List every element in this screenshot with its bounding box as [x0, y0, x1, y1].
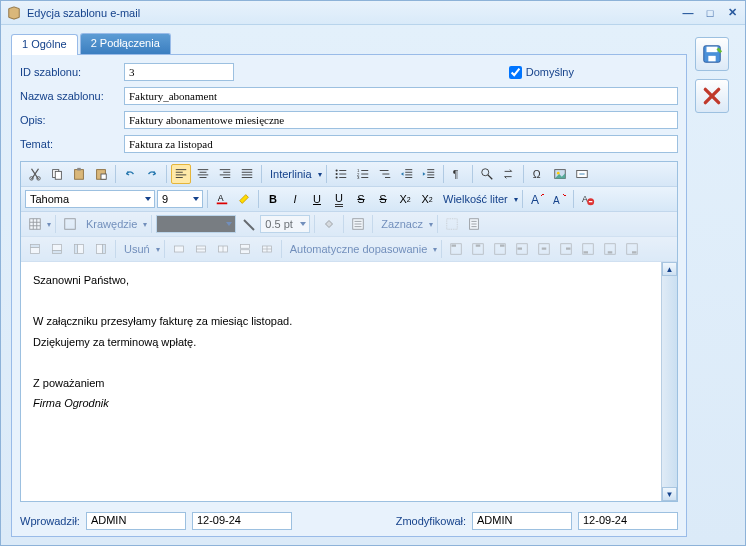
double-underline-icon[interactable]: U — [329, 189, 349, 209]
cut-icon[interactable] — [25, 164, 45, 184]
font-size-select[interactable]: 9 — [157, 190, 203, 208]
svg-rect-47 — [452, 245, 457, 247]
paste-special-icon[interactable] — [91, 164, 111, 184]
superscript-icon[interactable]: X2 — [395, 189, 415, 209]
bold-icon[interactable]: B — [263, 189, 283, 209]
paste-icon[interactable] — [69, 164, 89, 184]
redo-icon[interactable] — [142, 164, 162, 184]
tab-connections[interactable]: 2 Podłączenia — [80, 33, 171, 54]
fill-color-icon[interactable] — [319, 214, 339, 234]
cell-align-icon[interactable] — [348, 214, 368, 234]
input-subject[interactable] — [124, 135, 678, 153]
subscript-icon[interactable]: X2 — [417, 189, 437, 209]
copy-icon[interactable] — [47, 164, 67, 184]
font-color-icon[interactable]: A — [212, 189, 232, 209]
split-cells-icon[interactable] — [257, 239, 277, 259]
align-tr-icon[interactable] — [490, 239, 510, 259]
insert-row-below-icon[interactable] — [47, 239, 67, 259]
highlight-icon[interactable] — [234, 189, 254, 209]
align-br-icon[interactable] — [622, 239, 642, 259]
merge-across-icon[interactable] — [191, 239, 211, 259]
input-id[interactable] — [124, 63, 234, 81]
line-color-icon[interactable] — [238, 214, 258, 234]
align-mr-icon[interactable] — [556, 239, 576, 259]
align-tl-icon[interactable] — [446, 239, 466, 259]
email-template-dialog: Edycja szablonu e-mail — □ ✕ 1 Ogólne 2 … — [0, 0, 746, 546]
align-bl-icon[interactable] — [578, 239, 598, 259]
titlebar[interactable]: Edycja szablonu e-mail — □ ✕ — [1, 1, 745, 25]
insert-col-right-icon[interactable] — [91, 239, 111, 259]
insert-col-left-icon[interactable] — [69, 239, 89, 259]
align-mc-icon[interactable] — [534, 239, 554, 259]
align-justify-icon[interactable] — [237, 164, 257, 184]
svg-rect-35 — [53, 251, 62, 254]
insert-row-above-icon[interactable] — [25, 239, 45, 259]
split-table-icon[interactable] — [235, 239, 255, 259]
input-name[interactable] — [124, 87, 678, 105]
editor-content-area[interactable]: Szanowni Państwo, W załączniku przesyłam… — [21, 262, 661, 501]
close-button[interactable]: ✕ — [725, 6, 739, 20]
align-left-icon[interactable] — [171, 164, 191, 184]
numbering-icon[interactable]: 123 — [353, 164, 373, 184]
font-family-select[interactable]: Tahoma — [25, 190, 155, 208]
svg-rect-43 — [240, 245, 249, 249]
merge-icon[interactable] — [169, 239, 189, 259]
minimize-button[interactable]: — — [681, 6, 695, 20]
scroll-down-icon[interactable]: ▼ — [662, 487, 677, 501]
line-weight-select[interactable]: 0.5 pt — [260, 215, 310, 233]
properties-icon[interactable] — [464, 214, 484, 234]
grow-font-icon[interactable]: A — [527, 189, 547, 209]
undo-icon[interactable] — [120, 164, 140, 184]
table-icon[interactable] — [25, 214, 45, 234]
align-ml-icon[interactable] — [512, 239, 532, 259]
delete-dropdown[interactable]: Usuń — [120, 243, 154, 255]
scroll-up-icon[interactable]: ▲ — [662, 262, 677, 276]
line-style-select[interactable] — [156, 215, 236, 233]
replace-icon[interactable] — [499, 164, 519, 184]
underline-icon[interactable]: U — [307, 189, 327, 209]
svg-rect-44 — [240, 250, 249, 254]
split-icon[interactable] — [213, 239, 233, 259]
align-tc-icon[interactable] — [468, 239, 488, 259]
bullets-icon[interactable] — [331, 164, 351, 184]
outdent-icon[interactable] — [397, 164, 417, 184]
value-created-date: 12-09-24 — [192, 512, 292, 530]
case-dropdown[interactable]: Wielkość liter — [439, 193, 512, 205]
shrink-font-icon[interactable]: A — [549, 189, 569, 209]
find-icon[interactable] — [477, 164, 497, 184]
cancel-button[interactable] — [695, 79, 729, 113]
maximize-button[interactable]: □ — [703, 6, 717, 20]
tab-general[interactable]: 1 Ogólne — [11, 34, 78, 55]
gridlines-icon[interactable] — [442, 214, 462, 234]
line-spacing-dropdown[interactable]: Interlinia — [266, 168, 316, 180]
paragraph-icon[interactable]: ¶ — [448, 164, 468, 184]
svg-point-16 — [481, 169, 488, 176]
strike-icon[interactable]: S — [351, 189, 371, 209]
double-strike-icon[interactable]: S — [373, 189, 393, 209]
svg-rect-36 — [78, 245, 84, 254]
checkbox-default[interactable] — [509, 66, 522, 79]
svg-rect-55 — [542, 248, 547, 250]
italic-icon[interactable]: I — [285, 189, 305, 209]
app-icon — [7, 6, 21, 20]
align-center-icon[interactable] — [193, 164, 213, 184]
svg-rect-38 — [97, 245, 103, 254]
tabstrip: 1 Ogólne 2 Podłączenia — [11, 33, 687, 55]
indent-icon[interactable] — [419, 164, 439, 184]
clear-format-icon[interactable]: A — [578, 189, 598, 209]
input-desc[interactable] — [124, 111, 678, 129]
vertical-scrollbar[interactable]: ▲ ▼ — [661, 262, 677, 501]
rich-editor: Interlinia▾ 123 ¶ Ω — [20, 161, 678, 502]
borders-dropdown[interactable]: Krawędzie — [82, 218, 141, 230]
save-button[interactable] — [695, 37, 729, 71]
borders-icon[interactable] — [60, 214, 80, 234]
select-dropdown[interactable]: Zaznacz — [377, 218, 427, 230]
symbol-omega-icon[interactable]: Ω — [528, 164, 548, 184]
multilevel-icon[interactable] — [375, 164, 395, 184]
insert-field-icon[interactable] — [572, 164, 592, 184]
align-right-icon[interactable] — [215, 164, 235, 184]
value-created-by: ADMIN — [86, 512, 186, 530]
align-bc-icon[interactable] — [600, 239, 620, 259]
autofit-dropdown[interactable]: Automatyczne dopasowanie — [286, 243, 432, 255]
image-icon[interactable] — [550, 164, 570, 184]
